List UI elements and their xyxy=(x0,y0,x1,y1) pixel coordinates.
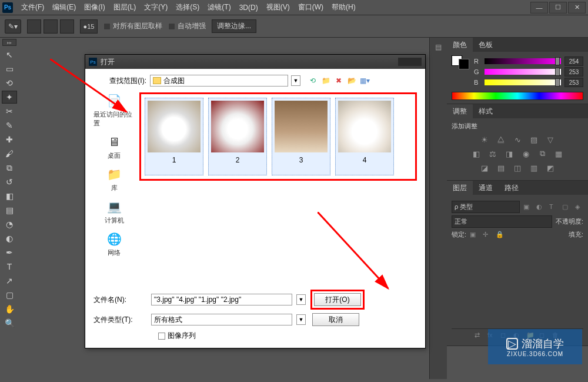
menu-image[interactable]: 图像(I) xyxy=(81,1,108,14)
link-layers-icon[interactable]: ⇄ xyxy=(475,331,483,340)
brightness-icon[interactable]: ☀ xyxy=(479,134,490,145)
cancel-button[interactable]: 取消 xyxy=(312,313,359,326)
file-thumb-3[interactable]: 3 xyxy=(272,98,330,175)
blur-tool[interactable]: ◔ xyxy=(2,218,17,231)
exposure-icon[interactable]: ▨ xyxy=(529,134,539,145)
tool-preset-icon[interactable]: ✎▾ xyxy=(5,19,21,34)
sidebar-recent[interactable]: 📄 最近访问的位置 xyxy=(93,92,135,128)
selection-subtract-icon[interactable] xyxy=(60,19,74,34)
lasso-tool[interactable]: ⟲ xyxy=(2,77,17,89)
blend-mode-select[interactable]: 正常 xyxy=(452,215,552,228)
tab-paths[interactable]: 路径 xyxy=(499,181,524,195)
sample-all-layers-option[interactable]: 对所有图层取样 xyxy=(103,21,162,31)
photo-filter-icon[interactable]: ◉ xyxy=(520,148,531,159)
r-value[interactable]: 254 xyxy=(564,57,583,66)
hand-tool[interactable]: ✋ xyxy=(2,303,17,315)
menu-edit[interactable]: 编辑(E) xyxy=(49,1,79,14)
move-tool[interactable]: ↖ xyxy=(2,48,17,61)
file-thumb-1[interactable]: 1 xyxy=(145,98,203,175)
menu-window[interactable]: 窗口(W) xyxy=(295,1,327,14)
tab-color[interactable]: 颜色 xyxy=(447,38,473,52)
menu-view[interactable]: 视图(V) xyxy=(263,1,293,14)
selective-color-icon[interactable]: ◩ xyxy=(545,162,556,173)
channel-mixer-icon[interactable]: ⧉ xyxy=(537,148,547,159)
tab-styles[interactable]: 样式 xyxy=(473,104,499,118)
look-in-combo[interactable]: 合成图 xyxy=(150,75,288,87)
invert-icon[interactable]: ◪ xyxy=(479,162,490,173)
r-slider[interactable] xyxy=(485,58,561,64)
type-tool[interactable]: T xyxy=(2,260,17,273)
maximize-button[interactable]: ☐ xyxy=(549,2,567,14)
balance-icon[interactable]: ⚖ xyxy=(487,148,498,159)
lock-position-icon[interactable]: ✢ xyxy=(483,231,491,239)
filetype-select[interactable]: 所有格式 xyxy=(151,314,292,325)
selection-add-icon[interactable] xyxy=(44,19,58,34)
look-in-dropdown-icon[interactable]: ▼ xyxy=(291,75,300,86)
menu-3d[interactable]: 3D(D) xyxy=(236,2,262,13)
view-menu-icon[interactable]: ▦▾ xyxy=(359,75,370,86)
vibrance-icon[interactable]: ▽ xyxy=(545,134,556,145)
tab-swatches[interactable]: 色板 xyxy=(473,38,499,52)
eraser-tool[interactable]: ◧ xyxy=(2,190,17,202)
close-button[interactable]: ✕ xyxy=(568,2,586,14)
selection-new-icon[interactable] xyxy=(27,19,41,34)
menu-layer[interactable]: 图层(L) xyxy=(110,1,140,14)
filter-adjust-icon[interactable]: ◐ xyxy=(536,203,544,211)
hue-strip[interactable] xyxy=(452,92,583,100)
history-brush-tool[interactable]: ↺ xyxy=(2,175,17,188)
filter-pixel-icon[interactable]: ▣ xyxy=(523,203,532,211)
tab-channels[interactable]: 通道 xyxy=(473,181,499,195)
zoom-tool[interactable]: 🔍 xyxy=(2,317,17,330)
dodge-tool[interactable]: ◐ xyxy=(2,232,17,245)
g-value[interactable]: 253 xyxy=(564,67,583,77)
bw-icon[interactable]: ◨ xyxy=(504,148,514,159)
open-button[interactable]: 打开(O) xyxy=(314,293,361,306)
filter-smart-icon[interactable]: ◈ xyxy=(575,203,583,211)
file-thumb-4[interactable]: 4 xyxy=(335,98,394,175)
menu-filter[interactable]: 滤镜(T) xyxy=(204,1,234,14)
filename-dropdown-icon[interactable]: ▼ xyxy=(296,294,306,305)
quick-selection-tool[interactable]: ✦ xyxy=(2,91,17,104)
back-icon[interactable]: ⟲ xyxy=(308,75,318,86)
minimize-button[interactable]: — xyxy=(530,2,548,14)
brush-size-value[interactable]: ● 15 xyxy=(80,19,98,34)
sidebar-computer[interactable]: 💻 计算机 xyxy=(105,198,124,225)
dialog-title-bar[interactable]: Ps 打开 xyxy=(85,55,425,69)
tab-adjustments[interactable]: 调整 xyxy=(447,104,473,118)
new-folder-icon[interactable]: 📂 xyxy=(346,75,357,86)
delete-icon[interactable]: ✖ xyxy=(333,75,344,86)
menu-select[interactable]: 选择(S) xyxy=(172,1,203,14)
b-value[interactable]: 253 xyxy=(564,78,583,87)
filetype-dropdown-icon[interactable]: ▼ xyxy=(296,314,306,325)
menu-type[interactable]: 文字(Y) xyxy=(141,1,171,14)
menu-file[interactable]: 文件(F) xyxy=(18,1,48,14)
pen-tool[interactable]: ✒ xyxy=(2,246,17,259)
sidebar-desktop[interactable]: 🖥 桌面 xyxy=(105,134,123,160)
lock-all-icon[interactable]: 🔒 xyxy=(496,231,504,239)
sidebar-network[interactable]: 🌐 网络 xyxy=(105,231,123,257)
file-thumb-2[interactable]: 2 xyxy=(208,98,267,175)
gradient-tool[interactable]: ▤ xyxy=(2,204,17,217)
curves-icon[interactable]: ∿ xyxy=(512,134,523,145)
stamp-tool[interactable]: ⧉ xyxy=(2,161,17,174)
brush-tool[interactable]: 🖌 xyxy=(2,147,17,160)
foreground-background-swatch[interactable] xyxy=(452,55,469,88)
sidebar-libraries[interactable]: 📁 库 xyxy=(105,166,123,192)
refine-edge-button[interactable]: 调整边缘... xyxy=(212,19,256,33)
up-icon[interactable]: 📁 xyxy=(320,75,331,86)
image-sequence-checkbox[interactable] xyxy=(158,333,165,340)
g-slider[interactable] xyxy=(485,69,561,75)
auto-enhance-option[interactable]: 自动增强 xyxy=(168,21,206,31)
path-tool[interactable]: ↗ xyxy=(2,274,17,287)
levels-icon[interactable]: ⧋ xyxy=(496,134,506,145)
filter-type-icon[interactable]: T xyxy=(549,203,557,211)
tools-collapse-icon[interactable]: ▸▸ xyxy=(2,39,16,46)
lookup-icon[interactable]: ▦ xyxy=(553,148,564,159)
filename-input[interactable]: "3.jpg" "4.jpg" "1.jpg" "2.jpg" xyxy=(151,294,292,305)
dialog-minimize-icon[interactable] xyxy=(398,58,422,66)
threshold-icon[interactable]: ◫ xyxy=(512,162,523,173)
background-color[interactable] xyxy=(459,59,469,69)
crop-tool[interactable]: ✂ xyxy=(2,105,17,118)
healing-tool[interactable]: ✚ xyxy=(2,133,17,146)
history-panel-icon[interactable]: ▤ xyxy=(432,40,446,54)
